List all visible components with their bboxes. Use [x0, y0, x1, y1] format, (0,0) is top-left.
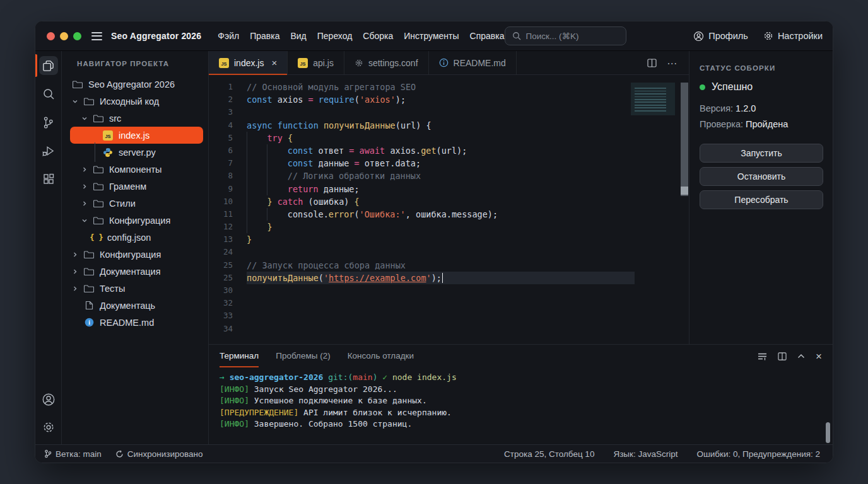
window-controls	[47, 32, 81, 40]
problems-status[interactable]: Ошибки: 0, Предупреждения: 2	[696, 449, 820, 459]
line-number: 30	[209, 284, 247, 297]
tree-item[interactable]: Конфигурация	[62, 212, 208, 229]
activity-search[interactable]	[39, 84, 58, 103]
profile-button[interactable]: Профиль	[693, 31, 748, 42]
tree-item[interactable]: { }config.json	[62, 229, 208, 246]
code-line: 34	[209, 323, 689, 335]
code-line: 6const ответ = await axios.get(url);	[209, 144, 689, 157]
chevron-down-icon	[72, 98, 83, 105]
minimap[interactable]	[631, 83, 675, 115]
editor-tab[interactable]: settings.conf	[344, 51, 429, 74]
terminal-tabbar: ТерминалПроблемы (2)Консоль отладки ×	[209, 345, 833, 367]
folder-icon	[93, 199, 104, 207]
settings-gear-button[interactable]	[39, 418, 58, 437]
tree-item[interactable]: Документация	[62, 263, 208, 280]
git-branch-icon	[42, 116, 54, 129]
js-file-icon: JS	[102, 130, 114, 141]
account-icon	[42, 393, 56, 406]
chevron-right-icon	[81, 200, 93, 207]
hamburger-menu-icon[interactable]	[91, 32, 102, 40]
editor-scrollbar[interactable]	[680, 81, 689, 344]
file-icon	[83, 301, 95, 310]
tree-item-label: README.md	[100, 318, 154, 328]
code-line: 13}	[209, 233, 689, 246]
terminal-tab[interactable]: Консоль отладки	[348, 345, 414, 367]
line-number: 10	[209, 195, 247, 208]
editor-tab[interactable]: JSindex.js×	[209, 51, 288, 74]
line-number: 4	[209, 119, 247, 132]
tree-item[interactable]: src	[62, 110, 208, 127]
terminal-output[interactable]: → seo-aggregator-2026 git:(main) ✓ node …	[209, 367, 833, 444]
tree-item[interactable]: Исходный код	[62, 93, 208, 110]
menu-item-1[interactable]: Фэйл	[218, 31, 239, 41]
line-number: 5	[209, 132, 247, 144]
line-number: 33	[209, 309, 247, 322]
minimize-window-button[interactable]	[60, 32, 68, 40]
menu-item-7[interactable]: Справка	[470, 31, 505, 41]
js-file-icon: JS	[298, 58, 308, 68]
terminal-scrollbar[interactable]	[826, 422, 830, 443]
search-input[interactable]	[526, 32, 619, 41]
build-button-3[interactable]: Пересобрать	[700, 190, 823, 209]
tree-item[interactable]: Граменм	[62, 178, 208, 195]
build-button-1[interactable]: Запустить	[700, 144, 823, 163]
build-button-2[interactable]: Остановить	[700, 167, 823, 186]
code-line: 11console.error('Ошибка:', ошибка.messag…	[209, 208, 689, 221]
menu-item-4[interactable]: Переход	[317, 31, 353, 41]
cursor-position[interactable]: Строка 25, Столбец 10	[504, 449, 594, 459]
close-tab-icon[interactable]: ×	[271, 57, 277, 68]
editor-tabbar: JSindex.js×JSapi.jssettings.confREADME.m…	[209, 51, 689, 75]
language-mode[interactable]: Язык: JavaScript	[613, 449, 677, 459]
chevron-right-icon	[81, 166, 93, 173]
chevron-down-icon	[81, 217, 93, 224]
tree-item-label: Документаць	[100, 301, 155, 311]
code-line: 4async function получитьДанные(url) {	[209, 119, 689, 132]
menu-item-6[interactable]: Инструменты	[404, 31, 459, 41]
tree-item[interactable]: Seo Aggregator 2026	[62, 76, 208, 93]
activity-run-debug[interactable]	[39, 141, 58, 160]
tree-item-label: Документация	[100, 267, 160, 277]
close-panel-icon[interactable]: ×	[816, 351, 822, 362]
tree-item[interactable]: Стили	[62, 195, 208, 212]
tab-label: settings.conf	[368, 58, 418, 68]
tree-item[interactable]: Конфигурация	[62, 246, 208, 263]
tree-item[interactable]: Тесты	[62, 280, 208, 297]
split-terminal-icon[interactable]	[778, 352, 787, 360]
svg-text:JS: JS	[221, 60, 226, 66]
tree-item[interactable]: iREADME.md	[62, 314, 208, 331]
status-dot	[700, 84, 705, 90]
line-number: 9	[209, 183, 247, 195]
tree-item[interactable]: Компоненты	[62, 161, 208, 178]
chevron-up-icon[interactable]	[797, 354, 805, 359]
terminal-tab[interactable]: Проблемы (2)	[276, 345, 330, 367]
code-editor[interactable]: 1// Основной модуль агрегатора SEO2const…	[209, 75, 689, 344]
editor-tab[interactable]: README.md	[429, 51, 517, 74]
tree-item[interactable]: server.py	[62, 144, 208, 161]
tree-item-label: server.py	[119, 147, 156, 158]
activity-extensions[interactable]	[39, 170, 58, 188]
line-number: 34	[209, 323, 247, 335]
code-line: 12}	[209, 221, 689, 233]
git-branch-status[interactable]: Ветка: main	[44, 449, 102, 459]
sync-status[interactable]: Синхронизировано	[115, 449, 203, 459]
menu-item-2[interactable]: Правка	[250, 31, 279, 41]
folder-icon	[93, 216, 104, 224]
account-button[interactable]	[39, 390, 58, 409]
settings-button[interactable]: Настройки	[763, 31, 823, 41]
build-panel-header: СТАТУС СОБОРКИ	[700, 64, 823, 72]
split-editor-icon[interactable]	[647, 59, 657, 67]
maximize-window-button[interactable]	[73, 32, 81, 40]
folder-icon	[93, 182, 104, 190]
tree-item[interactable]: Документаць	[62, 297, 208, 314]
activity-explorer[interactable]	[39, 56, 58, 75]
search-box[interactable]	[505, 26, 627, 45]
menu-item-3[interactable]: Вид	[290, 31, 306, 41]
terminal-tab[interactable]: Терминал	[220, 345, 259, 367]
editor-tab[interactable]: JSapi.js	[288, 51, 344, 74]
activity-source-control[interactable]	[39, 113, 58, 132]
close-window-button[interactable]	[47, 32, 55, 40]
menu-item-5[interactable]: Сборка	[363, 31, 393, 41]
terminal-list-icon[interactable]	[758, 352, 767, 360]
tree-item[interactable]: JSindex.js	[70, 127, 203, 144]
more-actions-icon[interactable]: ...	[667, 55, 677, 67]
